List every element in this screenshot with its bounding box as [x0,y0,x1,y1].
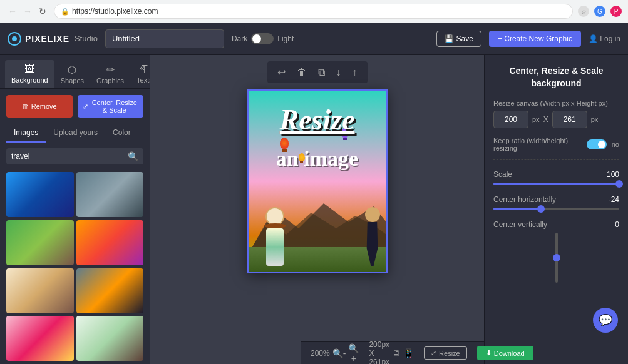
create-graphic-button[interactable]: + Create New Graphic [489,31,581,47]
resize-icon: ⤢ [83,103,88,111]
zoom-in-button[interactable]: 🔍+ [348,343,359,363]
monitor-icon: 🖥 [392,348,401,358]
image-thumb-2[interactable] [76,172,144,217]
light-label: Light [277,34,294,43]
center-h-header: Center horizontally -24 [493,195,619,204]
undo-button[interactable]: ↩ [275,65,288,79]
scale-track[interactable] [493,183,619,185]
center-v-label: Center vertically [493,220,547,229]
image-tabs: Images Upload yours Color [0,124,150,143]
images-tab[interactable]: Images [6,124,46,143]
save-icon: 💾 [445,34,454,43]
app: PIXELIXE Studio Dark Light 💾 Save + Crea… [0,23,628,364]
chat-icon: 💬 [599,313,612,327]
delete-button[interactable]: 🗑 [294,65,309,79]
main-area: 🖼 Background ⬡ Shapes ✏ Graphics T Texts… [0,55,628,364]
center-v-track[interactable] [555,233,558,283]
toggle-knob [252,34,261,43]
center-h-thumb[interactable] [537,205,545,213]
theme-toggle: Dark Light [232,33,294,44]
save-button[interactable]: 💾 Save [436,31,481,47]
center-h-track[interactable] [493,208,619,210]
star-icon: ☆ [578,6,589,17]
background-tab-label: Background [11,76,48,84]
sidebar-tab-graphics[interactable]: ✏ Graphics [90,60,130,88]
height-input[interactable] [552,111,587,128]
px-label-2: px [591,116,599,123]
navbar: PIXELIXE Studio Dark Light 💾 Save + Crea… [0,23,628,55]
scale-fill [493,183,619,185]
canvas-area: ↩ 🗑 ⧉ ↓ ↑ Resize an image [150,55,484,364]
resize-status-button[interactable]: ⤢ Resize [424,346,467,360]
login-button[interactable]: 👤 Log in [589,34,620,43]
upload-tab[interactable]: Upload yours [46,124,105,143]
x-separator: X [543,115,548,124]
panel-title: Center, Resize & Scalebackground [493,65,619,89]
search-input[interactable] [11,152,124,161]
zoom-out-button[interactable]: 🔍- [332,348,346,358]
scale-header: Scale 100 [493,170,619,179]
canvas-wrapper: Resize an image [247,89,388,273]
center-h-section: Center horizontally -24 [493,195,619,210]
image-thumb-3[interactable] [6,220,74,265]
back-button[interactable]: ← [6,5,19,18]
search-bar: 🔍 [6,148,143,164]
canvas-toolbar: ↩ 🗑 ⧉ ↓ ↑ [267,61,368,83]
image-thumb-5[interactable] [6,268,74,313]
theme-switch[interactable] [251,33,274,44]
size-text: 200px X 261px [369,340,389,365]
zoom-controls: 200% 🔍- 🔍+ [311,343,359,363]
sidebar-tab-background[interactable]: 🖼 Background [5,60,54,88]
reload-button[interactable]: ↻ [36,5,49,18]
forward-button[interactable]: → [21,5,34,18]
scale-label: Scale [493,170,512,179]
image-thumb-7[interactable] [6,316,74,361]
thumb-preview-8 [76,316,144,361]
person-left [264,207,286,266]
logo: PIXELIXE Studio [8,32,98,46]
thumb-preview-1 [6,172,74,217]
color-tab[interactable]: Color [105,124,138,143]
chat-bubble-button[interactable]: 💬 [593,308,618,333]
width-input[interactable] [493,111,528,128]
copy-button[interactable]: ⧉ [316,65,327,79]
collapse-sidebar-button[interactable]: « [140,63,145,73]
center-h-label: Center horizontally [493,195,556,204]
thumb-preview-2 [76,172,144,217]
center-resize-button[interactable]: ⤢ Center, Resize & Scale [78,95,144,118]
sidebar-tab-shapes[interactable]: ⬡ Shapes [54,60,90,88]
move-down-button[interactable]: ↓ [334,65,344,79]
status-bar: 200% 🔍- 🔍+ 200px X 261px 🖥 📱 ⤢ Resize ⬇ … [301,341,484,364]
keep-ratio-row: Keep ratio (width/height) resizing no [493,137,619,160]
browser-actions: ☆ G P [578,6,622,17]
scale-thumb[interactable] [615,180,623,188]
download-button[interactable]: ⬇ Download [477,346,533,360]
canvas-size-status: 200px X 261px 🖥 📱 [369,340,414,365]
image-thumb-8[interactable] [76,316,144,361]
thumb-preview-6 [76,268,144,313]
image-grid [0,169,150,364]
move-up-button[interactable]: ↑ [350,65,360,79]
remove-button[interactable]: 🗑 Remove [6,95,73,118]
canvas-text-image: an image [276,147,358,171]
center-v-thumb[interactable] [553,254,560,261]
image-thumb-1[interactable] [6,172,74,217]
address-bar[interactable]: 🔒 https://studio.pixelixe.com [54,4,573,19]
scale-value: 100 [607,170,619,179]
remove-icon: 🗑 [22,103,29,110]
logo-circle [8,32,21,46]
zoom-value: 200% [311,349,330,358]
no-label: no [612,141,619,148]
canvas-text-resize: Resize [279,103,354,136]
dark-label: Dark [232,34,247,43]
resize-canvas-label: Resize canvas (Width px x Height px) [493,99,619,107]
image-thumb-4[interactable] [76,220,144,265]
graphics-tab-label: Graphics [96,77,124,84]
title-input[interactable] [105,29,224,48]
canvas-image[interactable]: Resize an image [249,91,386,272]
thumb-preview-3 [6,220,74,265]
resize-icon: ⤢ [431,349,436,357]
search-button[interactable]: 🔍 [128,151,138,161]
keep-ratio-toggle[interactable] [587,139,607,149]
image-thumb-6[interactable] [76,268,144,313]
